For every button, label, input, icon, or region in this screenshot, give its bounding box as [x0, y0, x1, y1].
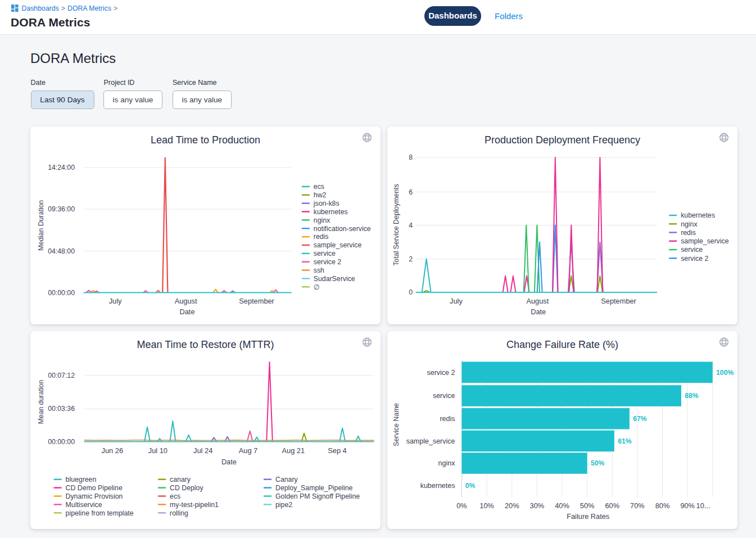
svg-text:kubernetes: kubernetes	[420, 482, 455, 490]
svg-text:4: 4	[409, 221, 413, 229]
svg-text:canary: canary	[170, 476, 191, 483]
svg-text:Mean duration: Mean duration	[37, 380, 45, 424]
svg-text:100%: 100%	[716, 369, 734, 377]
svg-text:50%: 50%	[591, 459, 605, 467]
svg-text:redis: redis	[440, 415, 455, 423]
svg-text:8: 8	[409, 153, 413, 161]
svg-text:09:36:00: 09:36:00	[48, 205, 75, 213]
svg-text:00:00:00: 00:00:00	[48, 438, 75, 446]
svg-text:Date: Date	[531, 308, 546, 316]
svg-text:July: July	[450, 297, 463, 305]
svg-text:30%: 30%	[529, 501, 544, 510]
svg-text:00:00:00: 00:00:00	[48, 289, 75, 297]
svg-text:redis: redis	[681, 229, 696, 237]
svg-text:bluegreen: bluegreen	[66, 476, 97, 483]
svg-text:pipe2: pipe2	[275, 501, 292, 509]
svg-text:rolling: rolling	[170, 509, 188, 517]
svg-text:Median Duration: Median Duration	[37, 200, 45, 251]
svg-text:ecs: ecs	[170, 492, 180, 500]
svg-text:August: August	[175, 297, 197, 305]
svg-text:Sep 4: Sep 4	[328, 446, 347, 455]
svg-text:Date: Date	[180, 308, 195, 316]
svg-text:pipeline from template: pipeline from template	[66, 509, 134, 517]
svg-text:Mean Time to Restore (MTTR): Mean Time to Restore (MTTR)	[137, 339, 274, 350]
svg-text:ecs: ecs	[314, 183, 324, 191]
svg-text:20%: 20%	[505, 501, 519, 510]
svg-text:service 2: service 2	[427, 369, 455, 377]
svg-text:Aug 21: Aug 21	[282, 446, 305, 455]
svg-text:Multiservice: Multiservice	[66, 501, 102, 509]
svg-text:∅: ∅	[314, 283, 320, 291]
svg-text:sample_service: sample_service	[314, 241, 362, 249]
svg-text:Golden PM Signoff Pipeline: Golden PM Signoff Pipeline	[275, 492, 360, 500]
svg-text:Date: Date	[221, 458, 237, 466]
svg-text:04:48:00: 04:48:00	[48, 247, 75, 255]
svg-text:nginx: nginx	[314, 216, 331, 224]
svg-text:Canary: Canary	[275, 476, 298, 483]
svg-text:CD Demo Pipeline: CD Demo Pipeline	[66, 484, 123, 492]
svg-text:67%: 67%	[633, 415, 647, 423]
svg-text:hw2: hw2	[314, 191, 327, 199]
svg-text:61%: 61%	[618, 437, 632, 445]
svg-text:14:24:00: 14:24:00	[48, 164, 75, 171]
svg-text:60%: 60%	[605, 501, 619, 510]
svg-text:nginx: nginx	[438, 459, 455, 467]
svg-text:sample_service: sample_service	[406, 437, 455, 445]
svg-text:Jun 26: Jun 26	[102, 446, 123, 455]
svg-text:Dynamic Provision: Dynamic Provision	[66, 492, 123, 500]
svg-text:40%: 40%	[555, 501, 569, 510]
svg-text:notification-service: notification-service	[314, 225, 371, 233]
svg-text:service: service	[314, 250, 336, 257]
svg-text:Total Service Deployments: Total Service Deployments	[392, 184, 400, 266]
svg-text:2: 2	[409, 255, 413, 263]
svg-text:September: September	[239, 297, 275, 305]
svg-text:service: service	[433, 392, 455, 400]
svg-text:my-test-pipelin1: my-test-pipelin1	[170, 501, 219, 509]
svg-text:ssh: ssh	[314, 266, 324, 274]
svg-text:Jul 24: Jul 24	[194, 446, 213, 455]
svg-text:Lead Time to Production: Lead Time to Production	[151, 134, 260, 146]
svg-text:service 2: service 2	[314, 258, 341, 266]
svg-text:80%: 80%	[655, 501, 669, 510]
svg-text:SudarService: SudarService	[314, 275, 355, 283]
svg-text:September: September	[601, 297, 636, 305]
svg-text:July: July	[109, 297, 122, 305]
svg-text:Failure Rates: Failure Rates	[567, 512, 609, 521]
svg-text:json-k8s: json-k8s	[313, 200, 339, 207]
svg-text:redis: redis	[314, 233, 329, 241]
svg-text:0%: 0%	[465, 482, 476, 490]
svg-text:CD Deploy: CD Deploy	[170, 484, 203, 492]
svg-text:sample_service: sample_service	[681, 237, 729, 245]
svg-text:service 2: service 2	[681, 255, 708, 263]
svg-text:0: 0	[409, 288, 413, 296]
svg-text:00:03:36: 00:03:36	[48, 405, 75, 413]
svg-text:nginx: nginx	[681, 220, 698, 228]
svg-text:Deploy_Sample_Pipeline: Deploy_Sample_Pipeline	[275, 484, 353, 492]
svg-text:kubernetes: kubernetes	[314, 208, 348, 216]
svg-text:kubernetes: kubernetes	[681, 211, 715, 219]
svg-text:00:07:12: 00:07:12	[48, 372, 75, 379]
svg-text:Change Failure Rate (%): Change Failure Rate (%)	[506, 339, 618, 350]
svg-text:Aug 7: Aug 7	[239, 446, 257, 455]
svg-text:Production Deployment Frequenc: Production Deployment Frequency	[485, 134, 640, 146]
svg-text:Service Name: Service Name	[392, 403, 400, 446]
svg-text:August: August	[526, 297, 549, 305]
svg-text:6: 6	[409, 188, 413, 196]
svg-text:0%: 0%	[456, 501, 467, 510]
svg-text:10%: 10%	[479, 501, 494, 510]
svg-text:10...: 10...	[696, 501, 710, 510]
svg-text:Jul 10: Jul 10	[148, 446, 168, 455]
svg-text:service: service	[681, 246, 703, 254]
svg-text:88%: 88%	[685, 392, 699, 400]
svg-text:70%: 70%	[630, 501, 645, 510]
svg-text:50%: 50%	[580, 501, 595, 510]
svg-text:90%: 90%	[680, 501, 695, 510]
